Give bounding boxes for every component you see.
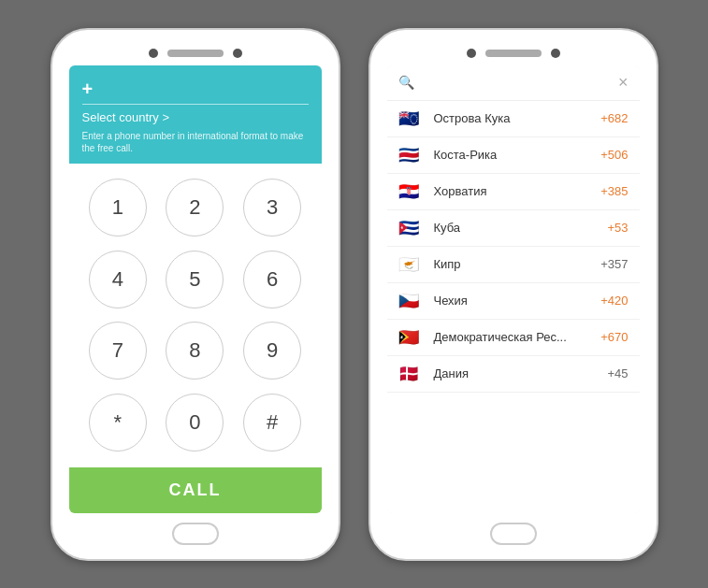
dialer-select-country[interactable]: Select country > [82, 110, 309, 124]
key-#[interactable]: # [243, 394, 301, 452]
country-name: Острова Кука [434, 111, 601, 125]
country-name: Кипр [434, 257, 601, 271]
call-button[interactable]: CALL [69, 467, 322, 513]
country-code: +506 [600, 148, 628, 162]
country-code: +53 [607, 221, 628, 235]
phone-bottom-2 [490, 523, 537, 545]
country-list-item[interactable]: 🇨🇾Кипр+357 [387, 247, 640, 283]
country-name: Чехия [434, 294, 601, 308]
country-flag: 🇨🇾 [398, 255, 425, 274]
key-7[interactable]: 7 [89, 322, 147, 380]
country-list-item[interactable]: 🇨🇷Коста-Рика+506 [387, 137, 640, 174]
speaker-bar-2 [485, 50, 542, 57]
phones-container: + Select country > Enter a phone number … [51, 28, 658, 561]
search-icon: 🔍 [398, 75, 414, 90]
country-list-item[interactable]: 🇹🇱Демократическая Рес...+670 [387, 320, 640, 356]
country-flag: 🇩🇰 [398, 365, 425, 383]
key-*[interactable]: * [89, 394, 147, 452]
country-list-item[interactable]: 🇨🇿Чехия+420 [387, 283, 640, 320]
dialer-keypad: 123456789*0# [69, 164, 322, 467]
key-8[interactable]: 8 [166, 322, 224, 380]
camera-dot-2 [233, 49, 242, 58]
phone-dialer: + Select country > Enter a phone number … [51, 28, 340, 561]
country-list: 🇨🇰Острова Кука+682🇨🇷Коста-Рика+506🇭🇷Хорв… [387, 101, 640, 513]
country-code: +45 [607, 366, 628, 380]
speaker-bar [167, 50, 224, 57]
country-flag: 🇨🇰 [398, 109, 425, 128]
country-flag: 🇹🇱 [398, 328, 425, 347]
dialer-header: + Select country > Enter a phone number … [69, 65, 322, 164]
home-button-2[interactable] [490, 523, 537, 545]
key-1[interactable]: 1 [89, 179, 147, 237]
close-icon[interactable]: × [618, 73, 629, 93]
dialer-plus: + [82, 79, 309, 100]
key-0[interactable]: 0 [166, 394, 224, 452]
country-list-screen: 🔍 × 🇨🇰Острова Кука+682🇨🇷Коста-Рика+506🇭🇷… [387, 65, 640, 513]
phone-country-list: 🔍 × 🇨🇰Острова Кука+682🇨🇷Коста-Рика+506🇭🇷… [368, 28, 658, 561]
phone-bottom [172, 523, 219, 545]
country-code: +420 [600, 294, 628, 308]
key-5[interactable]: 5 [166, 251, 224, 308]
country-name: Коста-Рика [434, 148, 601, 162]
phone-top-bar-2 [380, 49, 647, 58]
camera-dot [149, 49, 158, 58]
country-code: +357 [600, 257, 628, 271]
home-button[interactable] [172, 523, 219, 545]
country-name: Куба [434, 221, 608, 235]
country-flag: 🇨🇺 [398, 219, 425, 237]
key-3[interactable]: 3 [243, 179, 301, 237]
camera-dot-4 [551, 49, 560, 58]
phone-top-bar [62, 49, 329, 58]
country-list-item[interactable]: 🇭🇷Хорватия+385 [387, 174, 640, 210]
country-flag: 🇨🇷 [398, 146, 425, 165]
country-flag: 🇭🇷 [398, 182, 425, 201]
country-name: Хорватия [434, 184, 601, 198]
key-2[interactable]: 2 [166, 179, 224, 237]
country-code: +385 [600, 184, 628, 198]
country-list-item[interactable]: 🇩🇰Дания+45 [387, 356, 640, 393]
dialer-hint: Enter a phone number in international fo… [82, 130, 309, 154]
country-code: +670 [600, 330, 628, 344]
key-9[interactable]: 9 [243, 322, 301, 380]
key-6[interactable]: 6 [243, 251, 301, 308]
dialer-screen: + Select country > Enter a phone number … [69, 65, 322, 513]
country-code: +682 [600, 111, 628, 125]
country-flag: 🇨🇿 [398, 292, 425, 310]
country-search-header: 🔍 × [387, 65, 640, 101]
country-name: Демократическая Рес... [434, 330, 601, 344]
country-list-item[interactable]: 🇨🇰Острова Кука+682 [387, 101, 640, 137]
country-list-item[interactable]: 🇨🇺Куба+53 [387, 210, 640, 247]
camera-dot-3 [467, 49, 476, 58]
key-4[interactable]: 4 [89, 251, 147, 308]
country-name: Дания [434, 366, 608, 380]
